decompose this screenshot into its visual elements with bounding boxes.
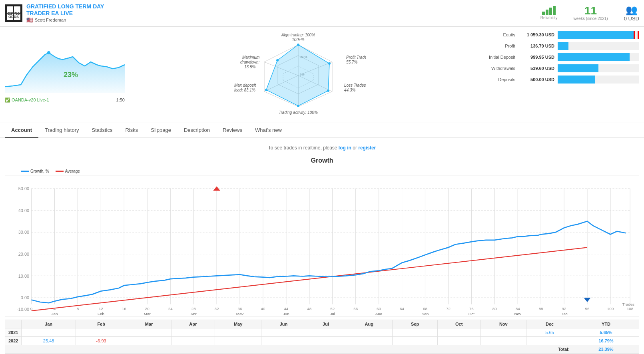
stat-bar-wrap <box>558 64 639 72</box>
table-row: 20215.655.65% <box>5 328 639 337</box>
stat-label: Initial Deposit <box>471 55 515 60</box>
svg-text:56: 56 <box>353 306 358 310</box>
tab-trading-history[interactable]: Trading history <box>38 123 86 138</box>
svg-text:Profit Trades:: Profit Trades: <box>346 55 366 60</box>
svg-text:100+%: 100+% <box>292 38 305 42</box>
svg-text:44: 44 <box>284 306 288 310</box>
chart-peak-dot <box>47 51 50 54</box>
svg-text:Max deposit: Max deposit <box>234 83 256 88</box>
month-cell <box>215 328 261 337</box>
svg-text:load: 83.1%: load: 83.1% <box>234 88 255 92</box>
svg-point-32 <box>297 105 299 107</box>
legend-growth-label: Growth, % <box>30 169 49 173</box>
col-jun: Jun <box>261 320 306 328</box>
growth-badge: 23% <box>64 70 78 79</box>
month-cell <box>22 328 76 337</box>
broker-info: ✅ OANDA-v20 Live-1 1:50 <box>5 97 125 103</box>
main-content: To see trades in realtime, please log in… <box>0 138 644 354</box>
svg-text:84: 84 <box>516 306 520 310</box>
tab-account[interactable]: Account <box>5 123 38 138</box>
radar-svg: Algo trading: 100% 100+% Profit Trades: … <box>230 31 366 119</box>
month-cell <box>438 337 481 345</box>
chart-title: Growth <box>5 157 639 164</box>
stat-label: Deposits <box>471 77 515 82</box>
broker-time: 1:50 <box>116 97 125 102</box>
col-apr: Apr <box>171 320 215 328</box>
tab-statistics[interactable]: Statistics <box>86 123 119 138</box>
top-content: 23% ✅ OANDA-v20 Live-1 1:50 Algo trading… <box>0 27 644 123</box>
svg-text:10.00: 10.00 <box>18 273 29 278</box>
growth-line <box>32 221 626 302</box>
legend-growth: Growth, % <box>21 169 49 173</box>
stat-row: Deposits 500.00 USD <box>471 76 639 84</box>
reliability-label: Reliability <box>540 16 558 20</box>
col-ytd: YTD <box>573 320 639 328</box>
year-cell: 2021 <box>5 328 22 337</box>
col-mar: Mar <box>127 320 171 328</box>
col-oct: Oct <box>438 320 481 328</box>
svg-text:20.00: 20.00 <box>18 252 29 257</box>
followers-block: 👥 0 USD <box>624 4 639 22</box>
stat-bar <box>558 42 568 50</box>
svg-text:80: 80 <box>492 306 497 310</box>
svg-text:64: 64 <box>400 306 404 310</box>
month-cell <box>261 328 306 337</box>
month-cell <box>346 328 393 337</box>
svg-text:Feb: Feb <box>98 311 104 315</box>
svg-text:108: 108 <box>627 306 634 310</box>
reliability-icon <box>542 6 556 15</box>
svg-point-29 <box>297 44 299 46</box>
stat-value: 136.79 USD <box>518 44 554 48</box>
tab-description[interactable]: Description <box>177 123 216 138</box>
login-link[interactable]: log in <box>339 145 351 151</box>
year-cell: 2022 <box>5 337 22 345</box>
col-year <box>5 320 22 328</box>
stat-row: Equity 1 059.30 USD <box>471 31 639 39</box>
svg-text:Loss Trades:: Loss Trades: <box>344 83 366 88</box>
svg-text:55.7%: 55.7% <box>346 60 357 64</box>
legend-average-color <box>56 171 64 172</box>
svg-text:drawdown:: drawdown: <box>240 60 260 64</box>
col-jul: Jul <box>306 320 346 328</box>
month-cell: 5.65 <box>526 328 573 337</box>
ytd-cell: 16.79% <box>573 337 639 345</box>
stat-label: Withdrawals <box>471 66 515 71</box>
svg-text:30.00: 30.00 <box>18 230 29 235</box>
svg-text:Trades: Trades <box>622 302 634 306</box>
svg-text:16: 16 <box>122 306 126 310</box>
tab-risks[interactable]: Risks <box>119 123 145 138</box>
stat-value: 999.95 USD <box>518 55 554 60</box>
stat-bar <box>558 64 598 72</box>
bar2 <box>546 10 548 15</box>
header: DESTROY ODDS GRATIFIED LONG TERM DAY TRA… <box>0 0 644 27</box>
svg-text:88: 88 <box>539 306 543 310</box>
total-label: Total: <box>5 345 573 354</box>
svg-text:0: 0 <box>30 306 33 310</box>
col-jan: Jan <box>22 320 76 328</box>
svg-text:13.5%: 13.5% <box>244 65 255 69</box>
svg-text:May: May <box>236 311 244 315</box>
tab-reviews[interactable]: Reviews <box>216 123 249 138</box>
register-link[interactable]: register <box>358 145 376 151</box>
total-value: 23.39% <box>573 345 639 354</box>
svg-text:96: 96 <box>585 306 590 310</box>
legend-growth-color <box>21 171 29 172</box>
stat-bar <box>558 53 630 61</box>
month-cell <box>306 337 346 345</box>
stat-bar-wrap <box>558 53 639 61</box>
svg-text:40: 40 <box>261 306 265 310</box>
svg-text:8: 8 <box>77 306 79 310</box>
stat-bar-wrap <box>558 31 639 39</box>
stat-bar <box>558 76 595 84</box>
svg-text:Maximum: Maximum <box>242 55 259 60</box>
svg-text:Jan: Jan <box>52 311 58 315</box>
month-cell <box>481 337 526 345</box>
tab-slippage[interactable]: Slippage <box>144 123 177 138</box>
stat-row: Profit 136.79 USD <box>471 42 639 50</box>
weeks-number: 11 <box>584 5 597 16</box>
tab-what's-new[interactable]: What's new <box>249 123 288 138</box>
month-cell <box>393 337 438 345</box>
bar3 <box>549 8 552 15</box>
svg-text:50.00: 50.00 <box>18 186 29 191</box>
svg-text:72: 72 <box>446 306 451 310</box>
